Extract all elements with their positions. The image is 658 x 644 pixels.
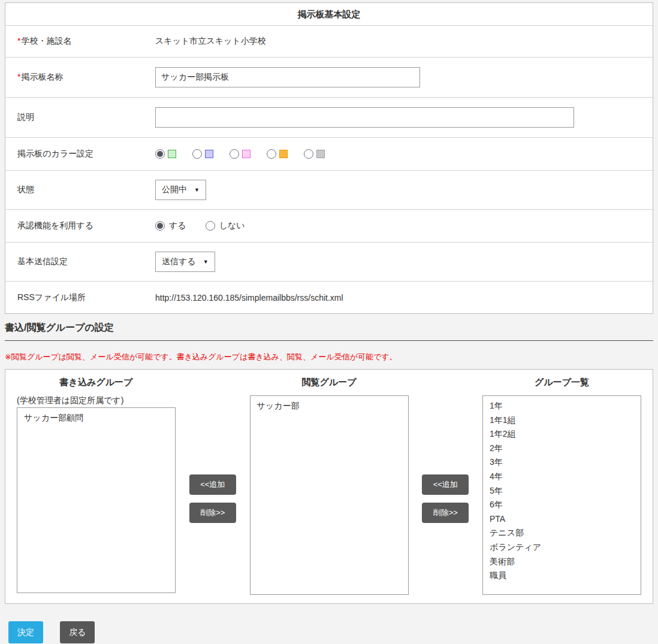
row-board-name: *掲示板名称: [5, 57, 653, 97]
row-rss: RSSファイル場所 http://153.120.160.185/simplem…: [5, 281, 653, 313]
status-select[interactable]: 公開中 ▼: [155, 180, 206, 200]
basic-settings-panel: 掲示板基本設定 *学校・施設名 スキット市立スキット小学校 *掲示板名称 説明 …: [5, 2, 653, 314]
row-status: 状態 公開中 ▼: [5, 170, 653, 209]
row-color: 掲示板のカラー設定: [5, 137, 653, 170]
list-item[interactable]: 1年1組: [483, 413, 641, 428]
approval-label: 承認機能を利用する: [5, 220, 155, 231]
list-item[interactable]: PTA: [483, 512, 641, 527]
chevron-down-icon: ▼: [194, 187, 200, 193]
required-mark: *: [17, 72, 20, 81]
action-bar: 決定 戻る: [8, 621, 653, 643]
view-add-button[interactable]: <<追加: [422, 474, 469, 495]
send-select[interactable]: 送信する ▼: [155, 252, 215, 272]
color-swatch-gray: [316, 150, 325, 158]
list-item[interactable]: サッカー部: [250, 399, 408, 413]
write-group-fixed-note: (学校管理者は固定所属です): [17, 395, 176, 406]
write-group-listbox[interactable]: サッカー部顧問: [17, 407, 176, 593]
write-add-button[interactable]: <<追加: [189, 474, 236, 495]
row-send: 基本送信設定 送信する ▼: [5, 242, 653, 281]
view-move-buttons: <<追加 削除>>: [421, 474, 469, 603]
write-move-buttons: <<追加 削除>>: [189, 474, 237, 603]
groups-section-heading: 書込/閲覧グループの設定: [5, 322, 653, 341]
color-options: [155, 149, 341, 159]
groups-note: ※閲覧グループは閲覧、メール受信が可能です。書き込みグループは書き込み、閲覧、メ…: [5, 352, 653, 362]
view-group-column: 閲覧グループ サッカー部: [250, 377, 409, 603]
board-name-input[interactable]: [155, 67, 420, 87]
color-swatch-orange: [279, 150, 288, 158]
school-value: スキット市立スキット小学校: [155, 36, 266, 47]
groups-panel: 書き込みグループ (学校管理者は固定所属です) サッカー部顧問 <<追加 削除>…: [5, 369, 653, 604]
status-selected-value: 公開中: [162, 185, 187, 195]
panel-title: 掲示板基本設定: [5, 3, 653, 25]
description-label: 説明: [5, 112, 155, 123]
color-radio-gray[interactable]: [304, 149, 313, 159]
required-mark: *: [17, 36, 20, 46]
list-item[interactable]: 4年: [483, 470, 641, 484]
all-groups-listbox[interactable]: 1年1年1組1年2組2年3年4年5年6年PTAテニス部ボランティア美術部職員: [482, 395, 641, 595]
color-swatch-green: [168, 150, 176, 158]
write-remove-button[interactable]: 削除>>: [189, 503, 236, 523]
color-swatch-pink: [242, 150, 250, 158]
view-group-listbox[interactable]: サッカー部: [250, 395, 409, 595]
write-group-column: 書き込みグループ (学校管理者は固定所属です) サッカー部顧問: [17, 377, 176, 603]
color-radio-green[interactable]: [155, 149, 165, 159]
list-item[interactable]: 1年2組: [483, 427, 641, 442]
color-label: 掲示板のカラー設定: [5, 149, 155, 159]
view-remove-button[interactable]: 削除>>: [422, 503, 469, 523]
list-item[interactable]: 3年: [483, 455, 641, 470]
all-groups-header: グループ一覧: [482, 377, 641, 388]
list-item[interactable]: サッカー部顧問: [17, 411, 175, 425]
color-swatch-blue: [205, 150, 213, 158]
description-input[interactable]: [155, 107, 574, 128]
list-item[interactable]: 1年: [483, 399, 641, 413]
color-radio-orange[interactable]: [267, 149, 276, 159]
row-approval: 承認機能を利用する する しない: [5, 209, 653, 242]
row-description: 説明: [5, 97, 653, 137]
rss-value: http://153.120.160.185/simplemailbbs/rss…: [155, 293, 343, 303]
list-item[interactable]: 2年: [483, 442, 641, 456]
list-item[interactable]: ボランティア: [483, 540, 641, 555]
status-label: 状態: [5, 185, 155, 195]
list-item[interactable]: テニス部: [483, 526, 641, 540]
write-group-header: 書き込みグループ: [17, 377, 176, 388]
list-item[interactable]: 職員: [483, 569, 641, 583]
page: { "basic": { "title": "掲示板基本設定", "school…: [0, 0, 658, 644]
chevron-down-icon: ▼: [203, 259, 209, 265]
color-radio-pink[interactable]: [230, 149, 239, 159]
approval-option-no-label: しない: [219, 220, 245, 231]
row-school: *学校・施設名 スキット市立スキット小学校: [5, 25, 653, 57]
rss-label: RSSファイル場所: [5, 292, 155, 303]
school-label: 学校・施設名: [21, 36, 71, 46]
color-radio-blue[interactable]: [192, 149, 202, 159]
all-groups-column: グループ一覧 1年1年1組1年2組2年3年4年5年6年PTAテニス部ボランティア…: [482, 377, 641, 603]
list-item[interactable]: 5年: [483, 484, 641, 498]
view-group-header: 閲覧グループ: [250, 377, 409, 388]
approval-radio-no[interactable]: [206, 221, 215, 231]
back-button[interactable]: 戻る: [60, 621, 95, 643]
board-name-label-cell: *掲示板名称: [5, 72, 155, 83]
color-option-green[interactable]: [155, 149, 176, 159]
color-option-blue[interactable]: [192, 149, 213, 159]
approval-radio-yes[interactable]: [155, 221, 165, 231]
list-item[interactable]: 美術部: [483, 555, 641, 569]
submit-button[interactable]: 決定: [8, 621, 43, 643]
send-selected-value: 送信する: [162, 256, 196, 267]
list-item[interactable]: 6年: [483, 498, 641, 512]
content: 掲示板基本設定 *学校・施設名 スキット市立スキット小学校 *掲示板名称 説明 …: [0, 0, 658, 643]
approval-option-yes-label: する: [169, 220, 186, 231]
send-label: 基本送信設定: [5, 256, 155, 267]
color-option-pink[interactable]: [230, 149, 250, 159]
board-name-label: 掲示板名称: [21, 72, 63, 81]
color-option-orange[interactable]: [267, 149, 288, 159]
school-label-cell: *学校・施設名: [5, 36, 155, 47]
color-option-gray[interactable]: [304, 149, 325, 159]
approval-options: する しない: [155, 220, 264, 231]
